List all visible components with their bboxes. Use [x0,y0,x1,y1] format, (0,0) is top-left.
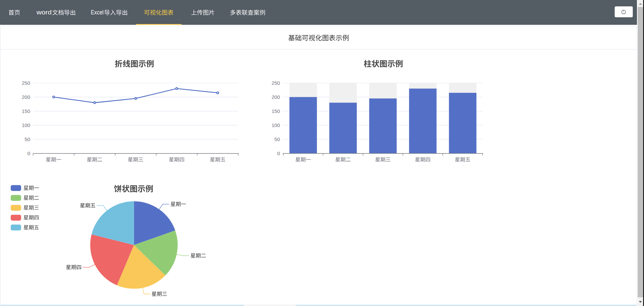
svg-text:200: 200 [271,94,280,100]
svg-text:150: 150 [22,108,30,114]
svg-text:150: 150 [271,108,280,114]
svg-text:200: 200 [22,94,30,100]
svg-text:100: 100 [22,122,30,128]
svg-text:100: 100 [271,122,280,128]
svg-text:0: 0 [27,150,30,156]
svg-text:50: 50 [24,136,30,142]
svg-text:250: 250 [22,80,30,86]
svg-text:Excel: Excel [91,9,104,16]
svg-text:word: word [36,9,52,16]
svg-text:250: 250 [271,80,280,86]
svg-text:50: 50 [274,136,280,142]
svg-text:0: 0 [277,150,280,156]
